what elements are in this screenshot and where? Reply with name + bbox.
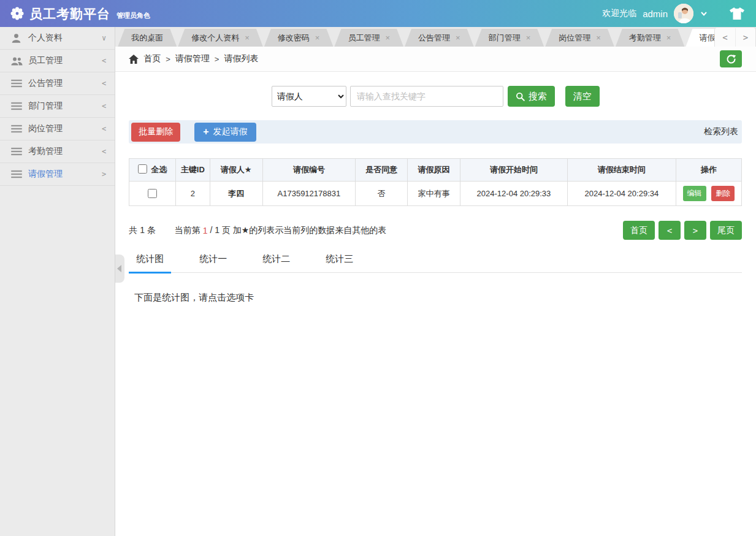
panel-title: 检索列表 <box>704 126 738 137</box>
app-title: 员工考勤平台 <box>29 7 110 21</box>
prev-page-button[interactable]: < <box>659 221 681 240</box>
chevron-down-icon[interactable] <box>700 9 708 18</box>
user-icon <box>11 33 23 43</box>
sidebar-item-label: 岗位管理 <box>28 123 102 134</box>
tab-change-password[interactable]: 修改密码 × <box>264 29 334 47</box>
search-button-label: 搜索 <box>529 91 547 102</box>
refresh-icon <box>726 54 736 64</box>
refresh-button[interactable] <box>720 50 742 67</box>
stats-tab-three[interactable]: 统计三 <box>318 248 361 272</box>
row-checkbox[interactable] <box>148 189 157 198</box>
close-icon[interactable]: × <box>596 34 601 42</box>
col-actions: 操作 <box>676 159 741 182</box>
breadcrumb-level1[interactable]: 请假管理 <box>175 53 210 64</box>
menu-icon <box>11 169 23 179</box>
tab-bar: 我的桌面 修改个人资料 × 修改密码 × 员工管理 × 公告管理 × <box>115 27 756 47</box>
menu-icon <box>11 101 23 111</box>
sidebar-item-post[interactable]: 岗位管理 < <box>0 118 115 140</box>
sidebar-item-attendance[interactable]: 考勤管理 < <box>0 140 115 163</box>
breadcrumb-bar: 首页 > 请假管理 > 请假列表 <box>115 47 756 72</box>
close-icon[interactable]: × <box>245 34 250 42</box>
clear-button[interactable]: 清空 <box>565 86 600 107</box>
stats-tabbar: 统计图 统计一 统计二 统计三 <box>129 248 742 273</box>
toolbar: 批量删除 + 发起请假 检索列表 <box>129 120 742 144</box>
search-button[interactable]: 搜索 <box>508 86 555 107</box>
create-leave-button[interactable]: + 发起请假 <box>194 123 256 142</box>
sidebar-item-label: 公告管理 <box>28 78 102 89</box>
col-end: 请假结束时间 <box>567 159 676 182</box>
avatar[interactable] <box>674 4 693 23</box>
delete-button[interactable]: 删除 <box>711 186 735 201</box>
welcome-text: 欢迎光临 <box>602 8 636 19</box>
close-icon[interactable]: × <box>666 34 671 42</box>
tab-edit-profile[interactable]: 修改个人资料 × <box>178 29 263 47</box>
chevron-icon: < <box>102 124 106 133</box>
close-icon[interactable]: × <box>526 34 531 42</box>
tab-label: 部门管理 <box>489 33 521 44</box>
tab-notice-mgmt[interactable]: 公告管理 × <box>405 29 474 47</box>
col-id: 主键ID <box>176 159 210 182</box>
breadcrumb-separator: > <box>166 55 170 64</box>
close-icon[interactable]: × <box>456 34 460 42</box>
tab-desktop[interactable]: 我的桌面 <box>118 29 177 47</box>
users-icon <box>11 56 23 66</box>
sidebar: 个人资料 ∨ 员工管理 < 公告管理 < 部门管理 < <box>0 27 115 536</box>
cell-id: 2 <box>176 182 210 206</box>
cell-code: A1735912178831 <box>262 182 356 206</box>
stats-hint: 下面是统计图，请点击选项卡 <box>129 292 742 304</box>
sidebar-item-profile[interactable]: 个人资料 ∨ <box>0 27 115 50</box>
search-field-select[interactable]: 请假人 <box>272 86 346 107</box>
theme-tshirt-icon[interactable] <box>729 7 745 20</box>
tab-post-mgmt[interactable]: 岗位管理 × <box>545 29 614 47</box>
tab-label: 修改密码 <box>278 33 310 44</box>
cell-agree: 否 <box>356 182 408 206</box>
stats-tab-one[interactable]: 统计一 <box>192 248 234 272</box>
select-all-checkbox[interactable] <box>138 164 147 174</box>
menu-icon <box>11 147 23 156</box>
chevron-icon: > <box>102 170 106 178</box>
edit-button[interactable]: 编辑 <box>683 186 706 201</box>
tab-scroll-right-icon[interactable]: > <box>735 28 755 47</box>
stats-tab-chart[interactable]: 统计图 <box>129 248 171 274</box>
chevron-icon: < <box>102 147 106 156</box>
tab-scroll-arrows: < > <box>714 27 756 47</box>
stats-tab-two[interactable]: 统计二 <box>255 248 297 272</box>
sidebar-item-leave[interactable]: 请假管理 > <box>0 163 115 186</box>
tab-scroll-left-icon[interactable]: < <box>715 28 735 47</box>
menu-icon <box>11 124 23 134</box>
close-icon[interactable]: × <box>385 34 390 42</box>
sidebar-item-notice[interactable]: 公告管理 < <box>0 72 115 95</box>
tab-label: 修改个人资料 <box>191 33 239 44</box>
chevron-icon: ∨ <box>102 34 106 42</box>
col-select-all: 全选 <box>129 159 176 182</box>
col-agree: 是否同意 <box>356 159 408 182</box>
breadcrumb: 首页 > 请假管理 > 请假列表 <box>129 53 258 64</box>
sidebar-item-employee[interactable]: 员工管理 < <box>0 50 115 72</box>
col-name: 请假人★ <box>210 159 262 182</box>
sidebar-item-department[interactable]: 部门管理 < <box>0 95 115 118</box>
menu-icon <box>11 78 23 88</box>
chevron-icon: < <box>102 79 106 88</box>
current-page-prefix: 当前第 <box>175 225 200 236</box>
sidebar-collapse-handle[interactable] <box>115 255 124 283</box>
collapse-left-icon <box>117 265 121 272</box>
table-row: 2 李四 A1735912178831 否 家中有事 2024-12-04 20… <box>129 182 742 206</box>
role-badge: 管理员角色 <box>116 11 150 20</box>
tab-label: 考勤管理 <box>629 33 661 44</box>
search-input[interactable] <box>350 86 503 107</box>
col-code: 请假编号 <box>262 159 356 182</box>
sidebar-item-label: 请假管理 <box>28 169 102 180</box>
tab-department-mgmt[interactable]: 部门管理 × <box>475 29 544 47</box>
search-bar: 请假人 搜索 清空 <box>129 86 742 107</box>
first-page-button[interactable]: 首页 <box>623 221 655 240</box>
next-page-button[interactable]: > <box>684 221 706 240</box>
last-page-button[interactable]: 尾页 <box>710 221 742 240</box>
batch-delete-button[interactable]: 批量删除 <box>131 123 180 142</box>
tab-attendance-mgmt[interactable]: 考勤管理 × <box>616 29 685 47</box>
close-icon[interactable]: × <box>315 34 320 42</box>
cell-end: 2024-12-04 20:29:34 <box>567 182 676 206</box>
breadcrumb-home[interactable]: 首页 <box>143 53 161 64</box>
app-header: 员工考勤平台 管理员角色 欢迎光临 admin <box>0 0 756 27</box>
tab-employee-mgmt[interactable]: 员工管理 × <box>334 29 403 47</box>
tab-label: 员工管理 <box>348 33 380 44</box>
